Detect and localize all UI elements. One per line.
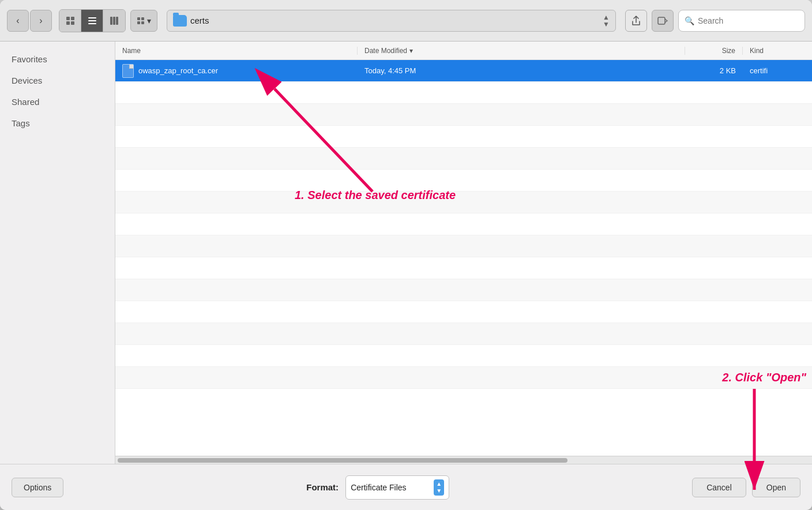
sidebar-item-tags[interactable]: Tags — [2, 115, 112, 132]
format-select[interactable]: Certificate Files ▲ ▼ — [345, 475, 449, 500]
view-buttons — [59, 9, 126, 32]
open-button[interactable]: Open — [752, 478, 800, 497]
file-date-cell: Today, 4:45 PM — [358, 66, 685, 75]
svg-rect-0 — [66, 17, 70, 20]
tag-icon — [657, 17, 668, 25]
svg-rect-7 — [110, 17, 112, 25]
arrange-button[interactable]: ▾ — [130, 10, 157, 32]
table-row — [115, 82, 812, 104]
svg-rect-2 — [66, 21, 70, 25]
search-input[interactable] — [698, 16, 799, 25]
svg-rect-12 — [137, 21, 140, 24]
col-header-kind[interactable]: Kind — [743, 47, 812, 55]
col-header-size[interactable]: Size — [685, 47, 743, 55]
column-headers: Name Date Modified ▾ Size Kind — [115, 42, 812, 60]
sidebar-favorites-label: Favorites — [12, 54, 47, 64]
table-row — [115, 345, 812, 367]
list-icon — [88, 16, 97, 25]
table-row — [115, 279, 812, 301]
col-kind-label: Kind — [750, 47, 764, 55]
svg-rect-10 — [137, 17, 140, 20]
cancel-button[interactable]: Cancel — [692, 478, 746, 497]
search-bar[interactable]: 🔍 — [678, 10, 805, 32]
svg-rect-8 — [113, 17, 115, 25]
grid-icon — [66, 16, 75, 25]
col-name-label: Name — [122, 47, 141, 55]
svg-rect-6 — [88, 23, 96, 24]
table-row[interactable]: owasp_zap_root_ca.cer Today, 4:45 PM 2 K… — [115, 60, 812, 82]
scroll-track — [115, 456, 812, 464]
back-button[interactable]: ‹ — [7, 10, 29, 32]
search-icon: 🔍 — [685, 16, 694, 25]
col-header-name[interactable]: Name — [115, 47, 358, 55]
file-name-text: owasp_zap_root_ca.cer — [138, 66, 218, 75]
table-row — [115, 257, 812, 279]
sidebar-item-devices[interactable]: Devices — [2, 72, 112, 89]
table-row — [115, 367, 812, 389]
columns-icon — [110, 16, 119, 25]
scroll-thumb[interactable] — [118, 458, 567, 463]
file-size-cell: 2 KB — [685, 66, 743, 75]
main-content: Favorites Devices Shared Tags — [0, 42, 812, 464]
sidebar-shared-section: Shared — [0, 93, 115, 110]
forward-icon: › — [39, 16, 42, 26]
file-open-dialog: ‹ › — [0, 0, 812, 510]
file-list: owasp_zap_root_ca.cer Today, 4:45 PM 2 K… — [115, 60, 812, 456]
arrange-arrow-icon: ▾ — [147, 16, 151, 25]
view-icon-button[interactable] — [59, 10, 81, 32]
sidebar-item-favorites[interactable]: Favorites — [2, 51, 112, 68]
file-kind-text: certifi — [750, 66, 768, 75]
options-button[interactable]: Options — [12, 478, 63, 497]
share-button[interactable] — [625, 10, 647, 32]
svg-rect-1 — [71, 17, 74, 20]
format-value: Certificate Files — [351, 483, 429, 492]
sidebar-favorites-section: Favorites — [0, 51, 115, 68]
forward-button[interactable]: › — [30, 10, 52, 32]
current-folder: certs — [173, 15, 209, 27]
bottom-bar: Options Format: Certificate Files ▲ ▼ Ca… — [0, 464, 812, 510]
view-columns-button[interactable] — [103, 10, 125, 32]
folder-name: certs — [190, 16, 209, 25]
col-date-label: Date Modified — [364, 47, 407, 55]
format-select-arrows: ▲ ▼ — [434, 479, 444, 496]
file-name-cell: owasp_zap_root_ca.cer — [115, 64, 358, 78]
share-icon — [631, 16, 641, 26]
folder-icon — [173, 15, 187, 27]
location-stepper[interactable]: ▲ ▼ — [603, 14, 610, 28]
sidebar: Favorites Devices Shared Tags — [0, 42, 115, 464]
sidebar-tags-section: Tags — [0, 115, 115, 132]
sidebar-devices-label: Devices — [12, 76, 42, 85]
file-kind-cell: certifi — [743, 66, 812, 75]
format-section: Format: Certificate Files ▲ ▼ — [306, 475, 449, 500]
back-icon: ‹ — [16, 16, 19, 26]
svg-rect-14 — [658, 17, 665, 24]
col-size-label: Size — [722, 47, 735, 55]
sidebar-item-shared[interactable]: Shared — [2, 93, 112, 110]
table-row — [115, 170, 812, 192]
tag-button[interactable] — [652, 10, 674, 32]
nav-buttons: ‹ › — [7, 10, 52, 32]
svg-rect-13 — [141, 21, 144, 24]
svg-rect-5 — [88, 20, 96, 21]
table-row — [115, 192, 812, 213]
svg-rect-11 — [141, 17, 144, 20]
svg-rect-4 — [88, 17, 96, 18]
file-date-text: Today, 4:45 PM — [364, 66, 416, 75]
table-row — [115, 213, 812, 235]
table-row — [115, 323, 812, 345]
table-row — [115, 104, 812, 126]
file-icon — [122, 64, 134, 78]
svg-rect-3 — [71, 21, 74, 25]
col-header-date[interactable]: Date Modified ▾ — [358, 47, 685, 55]
view-list-button[interactable] — [81, 10, 103, 32]
table-row — [115, 126, 812, 148]
sort-arrow-icon: ▾ — [409, 47, 413, 55]
toolbar: ‹ › — [0, 0, 812, 42]
table-row — [115, 148, 812, 170]
svg-rect-9 — [116, 17, 118, 25]
table-row — [115, 301, 812, 323]
arrange-icon — [137, 17, 145, 25]
location-bar: certs ▲ ▼ — [167, 10, 616, 32]
file-area: Name Date Modified ▾ Size Kind — [115, 42, 812, 464]
sidebar-tags-label: Tags — [12, 118, 30, 128]
